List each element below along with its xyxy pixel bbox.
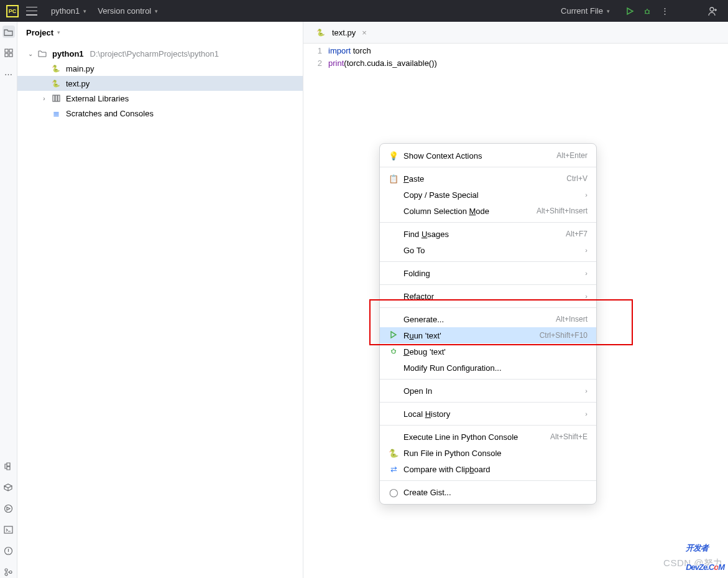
- python-file-icon: 🐍: [316, 27, 326, 37]
- menu-execute-line[interactable]: Execute Line in Python ConsoleAlt+Shift+…: [380, 429, 596, 445]
- chevron-down-icon: ▾: [83, 8, 86, 14]
- chevron-down-icon: ▾: [57, 29, 60, 35]
- project-sidebar: Project ▾ ⌄ python1 D:\project\PycharmPr…: [17, 22, 303, 578]
- tab-label: text.py: [332, 28, 356, 37]
- svg-rect-5: [9, 54, 12, 57]
- python-icon: 🐍: [389, 449, 399, 458]
- run-config-label: Current File: [561, 6, 603, 16]
- tree-external-libs[interactable]: › External Libraries: [17, 91, 303, 106]
- clipboard-icon: 📋: [389, 174, 399, 184]
- project-tool-icon[interactable]: [2, 26, 15, 38]
- terminal-icon[interactable]: [2, 523, 15, 536]
- run-button[interactable]: [621, 7, 638, 16]
- services-icon[interactable]: [2, 502, 15, 515]
- python-file-icon: 🐍: [51, 78, 61, 88]
- github-icon: ◯: [389, 488, 399, 497]
- svg-point-6: [5, 505, 12, 512]
- root-name: python1: [52, 49, 84, 58]
- menu-open-in[interactable]: Open In›: [380, 383, 596, 399]
- menu-modify-run-config[interactable]: Modify Run Configuration...: [380, 360, 596, 376]
- more-tool-icon[interactable]: ⋯: [2, 68, 15, 80]
- folder-icon: [37, 49, 47, 58]
- menu-goto[interactable]: Go To›: [380, 242, 596, 258]
- code-editor[interactable]: 1 2 import torch print(torch.cuda.is_ava…: [303, 44, 728, 70]
- tree-file-main[interactable]: 🐍 main.py: [17, 61, 303, 76]
- main-menu-button[interactable]: [26, 7, 37, 16]
- menu-column-selection[interactable]: Column Selection ModeAlt+Shift+Insert: [380, 203, 596, 219]
- svg-rect-12: [53, 95, 55, 101]
- vcs-dropdown[interactable]: Version control▾: [98, 6, 158, 16]
- library-icon: [51, 93, 61, 103]
- bulb-icon: 💡: [389, 151, 399, 161]
- more-button[interactable]: ⋮: [656, 6, 673, 16]
- menu-local-history[interactable]: Local History›: [380, 406, 596, 422]
- expand-toggle[interactable]: ⌄: [26, 50, 35, 57]
- tree-root[interactable]: ⌄ python1 D:\project\PycharmProjects\pyt…: [17, 46, 303, 61]
- svg-point-9: [5, 569, 7, 571]
- run-config-dropdown[interactable]: Current File▾: [561, 6, 610, 16]
- menu-run-file-console[interactable]: 🐍Run File in Python Console: [380, 445, 596, 461]
- python-console-icon[interactable]: [2, 460, 15, 472]
- svg-rect-2: [5, 49, 8, 52]
- add-user-icon[interactable]: [704, 6, 722, 17]
- scratch-icon: ≣: [51, 108, 61, 118]
- svg-point-11: [9, 571, 12, 573]
- submenu-arrow-icon: ›: [585, 269, 587, 277]
- menu-find-usages[interactable]: Find UsagesAlt+F7: [380, 226, 596, 242]
- svg-point-10: [5, 573, 7, 576]
- context-menu: 💡Show Context ActionsAlt+Enter 📋PasteCtr…: [379, 143, 597, 505]
- menu-paste[interactable]: 📋PasteCtrl+V: [380, 170, 596, 187]
- packages-icon[interactable]: [2, 481, 15, 493]
- chevron-down-icon: ▾: [607, 8, 610, 14]
- svg-rect-14: [58, 95, 60, 101]
- project-tree: ⌄ python1 D:\project\PycharmProjects\pyt…: [17, 44, 303, 123]
- line-gutter: 1 2: [303, 45, 328, 70]
- code-lines: import torch print(torch.cuda.is_availab…: [328, 45, 437, 70]
- top-toolbar: PC python1▾ Version control▾ Current Fil…: [0, 0, 728, 22]
- menu-copy-paste-special[interactable]: Copy / Paste Special›: [380, 187, 596, 203]
- menu-show-context-actions[interactable]: 💡Show Context ActionsAlt+Enter: [380, 147, 596, 164]
- svg-point-1: [710, 7, 714, 11]
- vcs-icon[interactable]: [2, 566, 15, 578]
- sidebar-header[interactable]: Project ▾: [17, 22, 303, 44]
- structure-tool-icon[interactable]: [2, 47, 15, 59]
- root-path: D:\project\PycharmProjects\python1: [90, 49, 219, 58]
- menu-create-gist[interactable]: ◯Create Gist...: [380, 484, 596, 500]
- menu-debug[interactable]: Debug 'text': [380, 343, 596, 360]
- menu-compare-clipboard[interactable]: ⇄Compare with Clipboard: [380, 461, 596, 477]
- vcs-label: Version control: [98, 6, 151, 16]
- submenu-arrow-icon: ›: [585, 410, 587, 417]
- project-name: python1: [51, 6, 80, 16]
- svg-point-15: [392, 350, 395, 353]
- python-file-icon: 🐍: [51, 63, 61, 73]
- svg-rect-4: [5, 54, 8, 57]
- file-label: main.py: [66, 64, 94, 73]
- run-icon: [389, 331, 399, 340]
- submenu-arrow-icon: ›: [585, 292, 587, 300]
- expand-toggle[interactable]: ›: [40, 95, 48, 102]
- svg-rect-3: [9, 49, 12, 52]
- tree-file-text[interactable]: 🐍 text.py: [17, 76, 303, 91]
- editor-tab[interactable]: 🐍 text.py ×: [311, 22, 372, 43]
- menu-folding[interactable]: Folding›: [380, 265, 596, 281]
- debug-icon: [389, 347, 399, 357]
- debug-button[interactable]: [638, 7, 656, 16]
- scratch-label: Scratches and Consoles: [66, 109, 154, 118]
- ext-label: External Libraries: [66, 94, 129, 103]
- diff-icon: ⇄: [389, 465, 399, 474]
- submenu-arrow-icon: ›: [585, 387, 587, 394]
- left-tool-rail: ⋯: [0, 22, 17, 578]
- pycharm-logo: PC: [6, 5, 19, 17]
- submenu-arrow-icon: ›: [585, 246, 587, 254]
- menu-generate[interactable]: Generate...Alt+Insert: [380, 311, 596, 327]
- menu-run[interactable]: Ruun 'text'Ctrl+Shift+F10: [380, 327, 596, 343]
- menu-refactor[interactable]: Refactor›: [380, 288, 596, 304]
- svg-rect-13: [55, 95, 57, 101]
- project-dropdown[interactable]: python1▾: [51, 6, 86, 16]
- file-label: text.py: [66, 79, 90, 88]
- problems-icon[interactable]: [2, 544, 15, 557]
- close-tab-icon[interactable]: ×: [362, 28, 367, 37]
- submenu-arrow-icon: ›: [585, 191, 587, 198]
- tree-scratches[interactable]: ≣ Scratches and Consoles: [17, 106, 303, 121]
- editor-tabs: 🐍 text.py ×: [303, 22, 728, 44]
